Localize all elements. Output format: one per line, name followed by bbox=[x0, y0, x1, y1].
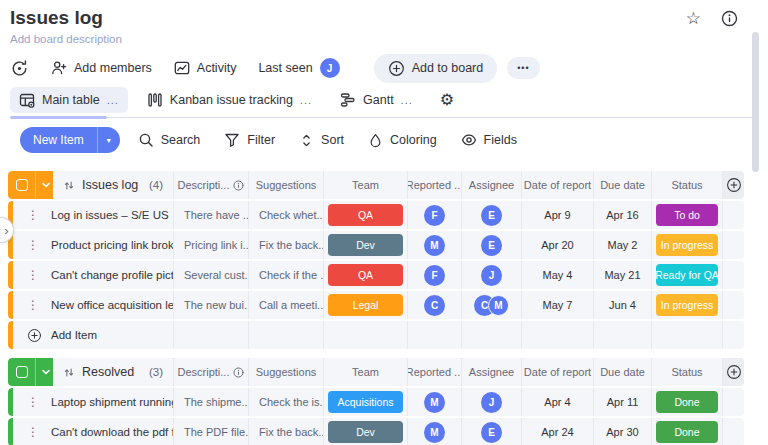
column-status[interactable]: Status bbox=[651, 358, 722, 386]
team-label[interactable]: QA bbox=[328, 204, 403, 226]
date-of-report-cell[interactable]: Apr 4 bbox=[521, 388, 593, 416]
add-to-board-button[interactable]: Add to board bbox=[374, 54, 498, 83]
reported-avatar[interactable]: M bbox=[424, 235, 445, 256]
group-collapse-control[interactable] bbox=[8, 171, 53, 199]
add-item-row[interactable]: Add Item bbox=[8, 321, 744, 349]
new-item-button[interactable]: New Item ▾ bbox=[20, 127, 120, 153]
scrollbar[interactable] bbox=[752, 32, 759, 172]
integrate-icon[interactable] bbox=[10, 59, 29, 78]
add-column-button[interactable] bbox=[722, 358, 744, 386]
due-date-cell[interactable]: May 21 bbox=[593, 261, 651, 289]
date-of-report-cell[interactable]: Apr 9 bbox=[521, 201, 593, 229]
column-suggestions[interactable]: Suggestions bbox=[248, 358, 323, 386]
reported-avatar[interactable]: M bbox=[424, 422, 445, 443]
caret-down-icon[interactable]: ▾ bbox=[97, 127, 120, 153]
column-description[interactable]: Descripti... bbox=[173, 358, 248, 386]
row-menu-icon[interactable]: ⋮ bbox=[27, 298, 39, 312]
tab-gantt[interactable]: Gantt ... bbox=[331, 87, 422, 113]
sort-button[interactable]: Sort bbox=[299, 133, 344, 148]
group-checkbox[interactable] bbox=[16, 366, 28, 378]
column-due-date[interactable]: Due date bbox=[593, 358, 651, 386]
suggestions-cell[interactable]: Check if the ... bbox=[248, 261, 323, 289]
add-column-button[interactable] bbox=[722, 171, 744, 199]
description-cell[interactable]: The shipme... bbox=[173, 388, 248, 416]
column-date-of-report[interactable]: Date of report bbox=[521, 358, 593, 386]
column-due-date[interactable]: Due date bbox=[593, 171, 651, 199]
item-name[interactable]: Log in issues – S/E US bbox=[51, 209, 169, 221]
description-cell[interactable]: Several cust... bbox=[173, 261, 248, 289]
description-cell[interactable]: Pricing link i... bbox=[173, 231, 248, 259]
description-cell[interactable]: There have ... bbox=[173, 201, 248, 229]
add-members-button[interactable]: Add members bbox=[51, 60, 152, 76]
filter-button[interactable]: Filter bbox=[224, 132, 275, 148]
item-name[interactable]: Can't change profile picture bbox=[51, 269, 173, 281]
date-of-report-cell[interactable]: May 7 bbox=[521, 291, 593, 319]
status-label[interactable]: In progress bbox=[656, 234, 718, 256]
group-checkbox[interactable] bbox=[16, 179, 28, 191]
favorite-star-icon[interactable]: ☆ bbox=[686, 10, 701, 27]
search-button[interactable]: Search bbox=[138, 132, 201, 148]
reported-avatar[interactable]: F bbox=[424, 265, 445, 286]
tab-menu-icon[interactable]: ... bbox=[300, 94, 312, 106]
status-label[interactable]: Done bbox=[656, 391, 718, 413]
column-reported[interactable]: Reported ... bbox=[407, 171, 461, 199]
assignee-avatar[interactable]: E bbox=[481, 422, 502, 443]
row-menu-icon[interactable]: ⋮ bbox=[27, 268, 39, 282]
last-seen[interactable]: Last seen J bbox=[258, 58, 339, 78]
team-label[interactable]: Legal bbox=[328, 294, 403, 316]
due-date-cell[interactable]: Jun 4 bbox=[593, 291, 651, 319]
assignee-avatar[interactable]: E bbox=[481, 235, 502, 256]
row-menu-icon[interactable]: ⋮ bbox=[27, 208, 39, 222]
reported-avatar[interactable]: C bbox=[424, 295, 445, 316]
assignee-avatar[interactable]: J bbox=[481, 392, 502, 413]
assignee-avatar[interactable]: J bbox=[481, 265, 502, 286]
group-sort-icon[interactable] bbox=[63, 366, 75, 379]
column-status[interactable]: Status bbox=[651, 171, 722, 199]
date-of-report-cell[interactable]: Apr 24 bbox=[521, 418, 593, 445]
reported-avatar[interactable]: M bbox=[424, 392, 445, 413]
row-menu-icon[interactable]: ⋮ bbox=[27, 395, 39, 409]
item-name[interactable]: Can't download the pdf file bbox=[51, 426, 173, 438]
chevron-down-icon[interactable] bbox=[40, 366, 52, 378]
tab-main-table[interactable]: Main table ... bbox=[10, 87, 128, 113]
item-name[interactable]: New office acquisition legal iss... bbox=[51, 299, 173, 311]
group-collapse-control[interactable] bbox=[8, 358, 53, 386]
date-of-report-cell[interactable]: May 4 bbox=[521, 261, 593, 289]
status-label[interactable]: In progress bbox=[656, 294, 718, 316]
suggestions-cell[interactable]: Check whet... bbox=[248, 201, 323, 229]
column-reported[interactable]: Reported ... bbox=[407, 358, 461, 386]
tab-kanban[interactable]: Kanban issue tracking ... bbox=[138, 87, 321, 113]
item-name[interactable]: Product pricing link broken bbox=[51, 239, 173, 251]
due-date-cell[interactable]: Apr 16 bbox=[593, 201, 651, 229]
coloring-button[interactable]: Coloring bbox=[368, 133, 437, 148]
reported-avatar[interactable]: F bbox=[424, 205, 445, 226]
team-label[interactable]: Dev bbox=[328, 234, 403, 256]
row-menu-icon[interactable]: ⋮ bbox=[27, 238, 39, 252]
assignee-avatar[interactable]: M bbox=[488, 295, 509, 316]
team-label[interactable]: Dev bbox=[328, 421, 403, 443]
row-menu-icon[interactable]: ⋮ bbox=[27, 425, 39, 439]
suggestions-cell[interactable]: Fix the back... bbox=[248, 418, 323, 445]
status-label[interactable]: To do bbox=[656, 204, 718, 226]
activity-button[interactable]: Activity bbox=[174, 60, 237, 76]
date-of-report-cell[interactable]: Apr 20 bbox=[521, 231, 593, 259]
team-label[interactable]: Acquisitions bbox=[328, 391, 403, 413]
last-seen-avatar[interactable]: J bbox=[320, 58, 340, 78]
view-settings-icon[interactable]: ⚙ bbox=[440, 92, 454, 108]
team-label[interactable]: QA bbox=[328, 264, 403, 286]
assignee-avatar[interactable]: E bbox=[481, 205, 502, 226]
due-date-cell[interactable]: Apr 11 bbox=[593, 388, 651, 416]
suggestions-cell[interactable]: Call a meeti... bbox=[248, 291, 323, 319]
column-team[interactable]: Team bbox=[323, 358, 407, 386]
column-suggestions[interactable]: Suggestions bbox=[248, 171, 323, 199]
group-title[interactable]: Resolved bbox=[82, 365, 134, 379]
due-date-cell[interactable]: Apr 30 bbox=[593, 418, 651, 445]
description-cell[interactable]: The PDF file... bbox=[173, 418, 248, 445]
description-cell[interactable]: The new bui... bbox=[173, 291, 248, 319]
column-date-of-report[interactable]: Date of report bbox=[521, 171, 593, 199]
board-more-options-button[interactable]: ••• bbox=[507, 57, 539, 79]
status-label[interactable]: Ready for QA bbox=[656, 264, 718, 286]
info-icon[interactable] bbox=[721, 10, 738, 27]
chevron-down-icon[interactable] bbox=[40, 179, 52, 191]
due-date-cell[interactable]: May 2 bbox=[593, 231, 651, 259]
